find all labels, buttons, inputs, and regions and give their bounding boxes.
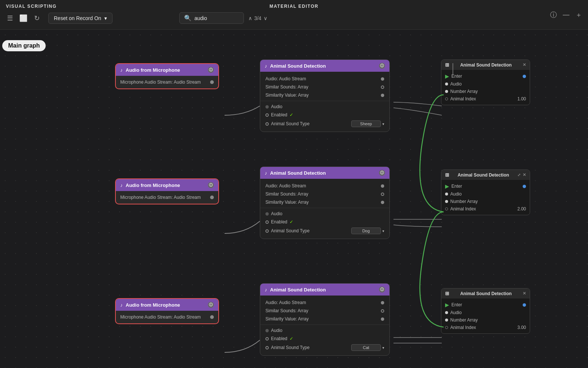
nav-up-icon[interactable]: ∧ [248,15,252,21]
panel-grid-icon-2: ⊞ [445,172,449,178]
dropdown-arrow-1: ▾ [382,122,384,126]
type-circle-3 [265,346,269,349]
asd-row-2e: Enabled ✓ [260,218,389,226]
panel-close-3[interactable]: ✕ [523,291,526,296]
reset-dropdown[interactable]: Reset on Record On ▾ [48,13,112,24]
asd-row-3f: Animal Sound Type Cat ▾ [260,343,389,352]
asd-row-3c: Similarity Value: Array [260,315,389,323]
layout-icon[interactable]: ⬜ [19,14,27,22]
search-bar[interactable]: 🔍 [179,12,244,24]
asd-row-1f: Animal Sound Type Sheep ▾ [260,119,389,129]
circle-3 [445,326,448,329]
asd-row-1a: Audio: Audio Stream [260,75,389,83]
asd-info-3[interactable]: ⓘ [379,287,385,293]
asd-title-1: Animal Sound Detection [270,63,326,69]
audio-mic-body-2: Microphone Audio Stream: Audio Stream [116,191,218,204]
check-2: ✓ [290,219,293,225]
dropdown-arrow-2: ▾ [382,229,384,233]
panel-node-3: ⊞ Animal Sound Detection ✕ ▶ Enter Audio [441,288,530,334]
blue-dot-1 [523,75,526,78]
asd-row-1b: Similar Sounds: Array [260,83,389,91]
animal-dropdown-2[interactable]: Dog [351,227,381,234]
audio-mic-title-3: Audio from Microphone [126,302,180,308]
panel-body-3: ▶ Enter Audio Number Array [441,298,530,333]
asd-row-2d: Audio [260,210,389,218]
audio-mic-stream-2: Microphone Audio Stream: Audio Stream [120,195,201,200]
type-circle-2 [265,229,269,233]
audio-mic-title-2: Audio from Microphone [126,183,180,188]
circle-2 [445,207,448,210]
right-icons: ⓘ — ＋ [550,10,582,19]
check-3: ✓ [290,336,293,341]
panel-header-3: ⊞ Animal Sound Detection ✕ [441,288,530,298]
nav-down-icon[interactable]: ∨ [264,15,267,21]
animal-dropdown-1[interactable]: Sheep [351,120,381,127]
asd-row-1e: Enabled ✓ [260,111,389,119]
dot-out-3a [381,301,384,304]
circle-out-1b [381,85,384,89]
circle-1 [445,97,448,100]
panel-close-2[interactable]: ✕ [523,172,526,177]
asd-row-2c: Similarity Value: Array [260,198,389,206]
panel-row-2-enter: ▶ Enter [445,182,526,190]
info-btn-1[interactable]: ⓘ [208,67,214,73]
panel-row-2-numarray: Number Array [445,198,526,205]
info-btn-2[interactable]: ⓘ [208,182,214,188]
main-graph-label: Main graph [2,40,46,51]
asd-row-3b: Similar Sounds: Array [260,307,389,315]
enter-icon-3: ▶ [445,302,449,308]
search-input[interactable] [195,15,239,21]
info-icon[interactable]: ⓘ [550,10,557,19]
check-1: ✓ [290,112,293,117]
add-icon[interactable]: ＋ [575,10,582,19]
asd-row-1c: Similarity Value: Array [260,91,389,99]
divider-2a [260,208,389,208]
dropdown-arrow-icon: ▾ [104,15,107,21]
audio-mic-header-1: ♪ Audio from Microphone ⓘ [116,64,218,76]
dot-out-1a [381,77,384,81]
panel-row-3-animalindex: Animal Index 3.00 [445,324,526,331]
audio-mic-node-3: ♪ Audio from Microphone ⓘ Microphone Aud… [115,298,219,324]
audio-mic-node-2: ♪ Audio from Microphone ⓘ Microphone Aud… [115,178,219,204]
dot-out-3c [381,317,384,321]
divider-3a [260,325,389,325]
panel-node-2: ⊞ Animal Sound Detection ⤢ ✕ ▶ Enter Aud… [441,170,530,215]
toolbar-icons: ☰ ⬜ ↻ [6,14,41,22]
panel-close-1[interactable]: ✕ [523,62,526,67]
asd-info-1[interactable]: ⓘ [379,63,385,69]
panel-node-1: ⊞ Animal Sound Detection ✕ ▶ Enter Audio [441,59,530,105]
audio-dot-1 [265,105,269,109]
app-title: VISUAL SCRIPTING [6,4,56,9]
audio-mic-header-3: ♪ Audio from Microphone ⓘ [116,299,218,311]
asd-row-3e: Enabled ✓ [260,335,389,343]
audio-mic-node-1: ♪ Audio from Microphone ⓘ Microphone Aud… [115,63,219,89]
minimize-icon[interactable]: — [563,11,569,19]
music-icon-1: ♪ [120,67,123,73]
panel-expand-2[interactable]: ⤢ [517,173,520,177]
menu-icon[interactable]: ☰ [6,14,14,22]
asd-node-2: ♪ Animal Sound Detection ⓘ Audio: Audio … [260,167,390,239]
asd-info-2[interactable]: ⓘ [379,170,385,176]
asd-music-icon-1: ♪ [265,63,267,69]
enabled-circle-2 [265,220,269,224]
asd-row-2b: Similar Sounds: Array [260,190,389,198]
panel-title-3: Animal Sound Detection [460,291,512,296]
panel-row-2-audio: Audio [445,190,526,198]
asd-row-3a: Audio: Audio Stream [260,298,389,307]
animal-dropdown-3[interactable]: Cat [351,344,381,351]
circle-out-3b [381,309,384,313]
info-btn-3[interactable]: ⓘ [208,302,214,308]
panel-grid-icon-3: ⊞ [445,291,449,296]
asd-music-icon-3: ♪ [265,287,267,293]
asd-row-1d: Audio [260,103,389,111]
enabled-circle-1 [265,113,269,117]
music-icon-3: ♪ [120,302,123,308]
refresh-icon[interactable]: ↻ [33,14,41,22]
panel-row-1-numarray: Number Array [445,88,526,95]
asd-row-2a: Audio: Audio Stream [260,182,389,190]
top-bar: VISUAL SCRIPTING MATERIAL EDITOR ☰ ⬜ ↻ R… [0,0,588,30]
panel-title-1: Animal Sound Detection [460,62,512,68]
panel-header-1: ⊞ Animal Sound Detection ✕ [441,60,530,70]
asd-title-2: Animal Sound Detection [270,170,326,176]
panel-row-2-animalindex: Animal Index 2.00 [445,205,526,213]
